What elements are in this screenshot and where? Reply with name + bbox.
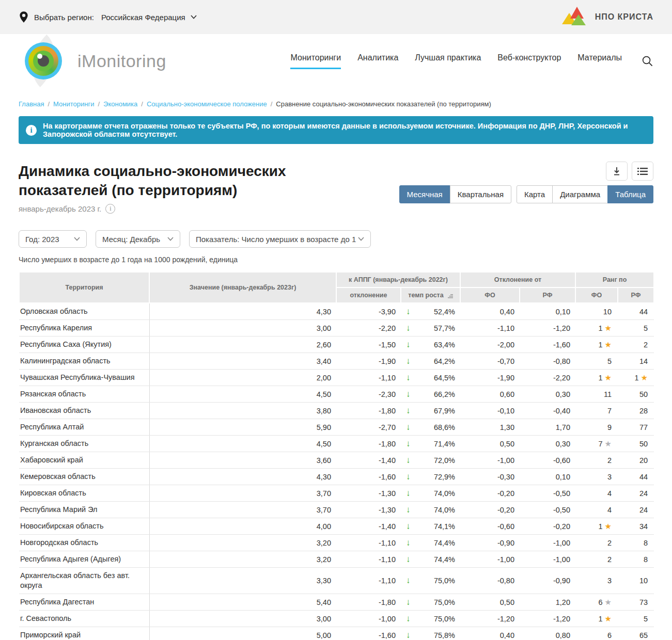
download-button[interactable] — [606, 162, 628, 181]
table-row[interactable]: Новгородская область 3,20 -1,10 ↓ 74,4% … — [19, 535, 654, 551]
table-row[interactable]: Курганская область 4,50 -1,80 ↓ 71,4% 0,… — [19, 436, 654, 452]
rank-fo-cell: 1★ — [575, 370, 618, 386]
rank-fo-cell: 3 — [575, 568, 618, 594]
growth-cell: ↓ 75,8% — [401, 627, 460, 640]
subtitle-info-icon[interactable]: i — [105, 204, 115, 214]
value-cell: 2,60 — [149, 337, 336, 353]
deviation-fo-cell: -0,60 — [460, 518, 520, 535]
table-row[interactable]: Республика Саха (Якутия) 2,60 -1,50 ↓ 63… — [19, 337, 654, 353]
column-header-value[interactable]: Значение (январь-декабрь 2023г) — [149, 272, 336, 303]
breadcrumb: Главная/Мониторинги/Экономика/Социально-… — [19, 100, 653, 108]
growth-cell: ↓ 74,0% — [401, 502, 460, 518]
value-cell: 4,50 — [149, 386, 336, 403]
growth-cell: ↓ 64,2% — [401, 353, 460, 370]
column-header-growth[interactable]: темп роста — [401, 287, 460, 303]
table-row[interactable]: Республика Карелия 3,00 -2,20 ↓ 57,7% -1… — [19, 320, 654, 337]
info-banner: i На картограмме отчета отражены только … — [19, 116, 653, 144]
table-row[interactable]: Кемеровская область 4,30 -1,60 ↓ 72,9% -… — [19, 469, 654, 485]
tab-месячная[interactable]: Месячная — [399, 185, 450, 203]
value-cell: 3,70 — [149, 502, 336, 518]
nav-item[interactable]: Веб-конструктор — [497, 53, 561, 69]
data-table: Территория Значение (январь-декабрь 2023… — [19, 271, 654, 640]
rank-rf-cell: 50 — [618, 436, 654, 452]
list-view-button[interactable] — [632, 162, 653, 181]
table-row[interactable]: Республика Алтай 5,90 -2,70 ↓ 68,6% 1,30… — [19, 419, 654, 436]
table-row[interactable]: Приморский край 5,00 -1,60 ↓ 75,8% 0,40 … — [19, 627, 654, 640]
column-header-dev-rf[interactable]: РФ — [520, 287, 575, 303]
trend-down-icon: ↓ — [406, 457, 411, 464]
table-row[interactable]: Рязанская область 4,50 -2,30 ↓ 66,2% 0,6… — [19, 386, 654, 403]
nav-item[interactable]: Мониторинги — [290, 53, 341, 69]
column-header-territory[interactable]: Территория — [19, 272, 149, 303]
nav-item[interactable]: Лучшая практика — [415, 53, 481, 69]
region-selector[interactable]: Выбрать регион: Российская Федерация — [19, 11, 197, 23]
territory-cell: Орловская область — [19, 303, 149, 320]
value-cell: 4,30 — [149, 469, 336, 485]
table-row[interactable]: Республика Дагестан 5,40 -1,80 ↓ 75,0% 0… — [19, 594, 654, 611]
deviation-fo-cell: -1,00 — [460, 452, 520, 469]
growth-cell: ↓ 52,4% — [401, 303, 460, 320]
table-row[interactable]: Чувашская Республика-Чувашия 2,00 -1,10 … — [19, 370, 654, 386]
rank-star-icon: ★ — [605, 598, 612, 606]
tab-диаграмма[interactable]: Диаграмма — [552, 185, 608, 203]
trend-down-icon: ↓ — [406, 490, 411, 497]
deviation-fo-cell: 0,40 — [460, 303, 520, 320]
tab-таблица[interactable]: Таблица — [607, 185, 653, 203]
rank-rf-cell: 24 — [618, 502, 654, 518]
rank-rf-cell: 44 — [618, 303, 654, 320]
indicator-select[interactable]: Показатель: Число умерших в возрасте до … — [189, 230, 371, 248]
region-label: Выбрать регион: — [34, 13, 94, 22]
month-select[interactable]: Месяц: Декабрь — [96, 230, 180, 248]
breadcrumb-separator: / — [141, 100, 143, 108]
column-header-deviation[interactable]: отклонение — [336, 287, 401, 303]
rank-fo-cell: 3 — [575, 469, 618, 485]
search-icon[interactable] — [642, 55, 653, 67]
breadcrumb-item[interactable]: Социально-экономическое положение — [147, 100, 267, 108]
rank-rf-cell: 2 — [618, 337, 654, 353]
rank-rf-cell: 5 — [618, 320, 654, 337]
rank-rf-cell: 10 — [618, 568, 654, 594]
column-header-rank-fo[interactable]: ФО — [575, 287, 618, 303]
imonitoring-logo[interactable]: iMonitoring — [19, 39, 166, 83]
breadcrumb-item[interactable]: Главная — [19, 100, 44, 108]
rank-star-icon: ★ — [641, 373, 648, 382]
rank-fo-cell: 4 — [575, 485, 618, 502]
rank-fo-cell: 6★ — [575, 594, 618, 611]
period-tab-group: МесячнаяКвартальная — [399, 185, 511, 203]
table-row[interactable]: Орловская область 4,30 -3,90 ↓ 52,4% 0,4… — [19, 303, 654, 320]
table-row[interactable]: Калининградская область 3,40 -1,90 ↓ 64,… — [19, 353, 654, 370]
table-row[interactable]: Республика Адыгея (Адыгея) 3,20 -1,10 ↓ … — [19, 551, 654, 568]
deviation-fo-cell: -2,00 — [460, 337, 520, 353]
territory-cell: Новгородская область — [19, 535, 149, 551]
trend-down-icon: ↓ — [406, 407, 411, 414]
table-row[interactable]: Архангельская область без авт. округа 3,… — [19, 568, 654, 594]
rank-fo-cell: 1★ — [575, 611, 618, 627]
nav-item[interactable]: Аналитика — [357, 53, 398, 69]
year-select[interactable]: Год: 2023 — [19, 230, 87, 248]
table-row[interactable]: Ивановская область 3,80 -1,80 ↓ 67,9% -0… — [19, 403, 654, 419]
table-row[interactable]: Республика Марий Эл 3,70 -1,30 ↓ 74,0% -… — [19, 502, 654, 518]
rank-rf-cell: 50 — [618, 386, 654, 403]
breadcrumb-item: Сравнение социально-экономических показа… — [276, 100, 491, 108]
table-row[interactable]: Кировская область 3,70 -1,30 ↓ 74,0% -0,… — [19, 485, 654, 502]
column-header-dev-fo[interactable]: ФО — [460, 287, 520, 303]
deviation-fo-cell: -1,10 — [460, 320, 520, 337]
tab-квартальная[interactable]: Квартальная — [450, 185, 511, 203]
territory-cell: Республика Саха (Якутия) — [19, 337, 149, 353]
deviation-cell: -1,60 — [336, 469, 401, 485]
table-row[interactable]: Хабаровский край 3,60 -1,40 ↓ 72,0% -1,0… — [19, 452, 654, 469]
breadcrumb-item[interactable]: Мониторинги — [53, 100, 94, 108]
rank-fo-cell: 5 — [575, 353, 618, 370]
deviation-fo-cell: 1,30 — [460, 419, 520, 436]
column-header-rank-rf[interactable]: РФ — [618, 287, 654, 303]
growth-cell: ↓ 74,1% — [401, 518, 460, 535]
deviation-fo-cell: -1,20 — [460, 611, 520, 627]
breadcrumb-item[interactable]: Экономика — [103, 100, 137, 108]
territory-cell: Приморский край — [19, 627, 149, 640]
sort-asc-icon — [448, 294, 453, 298]
tab-карта[interactable]: Карта — [517, 185, 553, 203]
table-row[interactable]: г. Севастополь 3,00 -1,00 ↓ 75,0% -1,20 … — [19, 611, 654, 627]
table-row[interactable]: Новосибирская область 4,00 -1,40 ↓ 74,1%… — [19, 518, 654, 535]
nav-item[interactable]: Материалы — [577, 53, 622, 69]
deviation-cell: -1,10 — [336, 535, 401, 551]
